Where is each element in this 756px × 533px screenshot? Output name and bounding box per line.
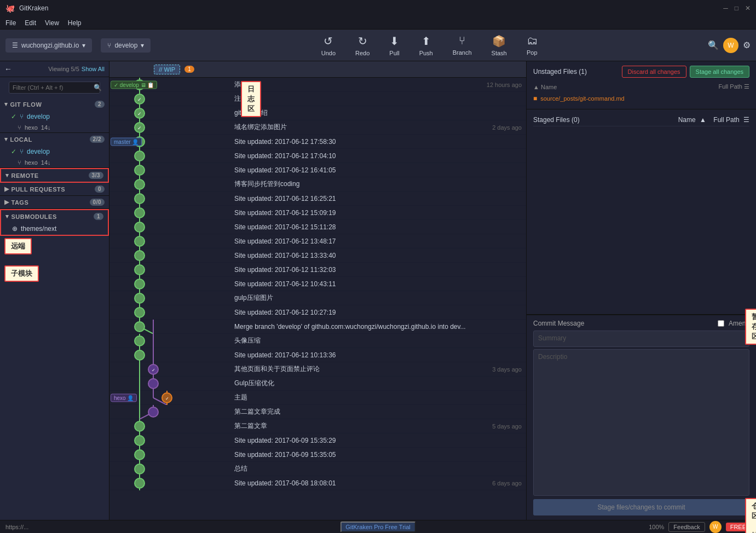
table-row[interactable]: 总结 [109,462,526,476]
pull-button[interactable]: ⬇ Pull [385,32,403,59]
menu-edit[interactable]: Edit [25,19,36,27]
branch-tool-icon: ⑂ [459,34,465,47]
gitflow-label: GIT FLOW [10,101,42,108]
submodules-header[interactable]: ▾ SUBMODULES 1 [1,210,108,223]
pop-button[interactable]: 🗂 Pop [522,32,542,59]
table-row[interactable]: 博客同步托管到coding [109,177,526,192]
pro-trial-button[interactable]: GitKraken Pro Free Trial [340,522,416,532]
commit-time: 5 days ago [471,423,526,430]
sidebar-item-themes-next[interactable]: ⊕ themes/next [1,223,108,235]
sidebar-item-gitflow-hexo[interactable]: ⑂ hexo 14↓ [0,123,109,132]
table-row[interactable]: 第二篇文章 5 days ago [109,419,526,433]
table-row[interactable]: Site updated: 2017-06-12 16:25:21 [109,192,526,206]
avatar[interactable]: W [723,38,738,53]
table-row[interactable]: Site updated: 2017-06-12 15:11:28 [109,220,526,234]
table-row[interactable]: Site updated: 2017-06-12 16:41:05 [109,163,526,177]
tags-label: TAGS [11,199,29,206]
branch-icon: ⑂ [18,159,21,166]
toolbar-left: ☰ wuchongzi.github.io ▾ ⑂ develop ▾ [5,38,151,53]
gitflow-header[interactable]: ▾ GIT FLOW 2 [0,98,109,111]
maximize-btn[interactable]: □ [735,4,738,12]
table-row[interactable]: ✓ 其他页面和关于页面禁止评论 3 days ago [109,362,526,376]
list-icon[interactable]: ☰ [744,83,749,90]
amend-checkbox[interactable] [718,320,724,327]
minimize-btn[interactable]: ─ [723,4,728,12]
sort-icon2[interactable]: ▲ [700,116,706,124]
sidebar-back-btn[interactable]: ← [4,65,12,73]
close-btn[interactable]: ✕ [745,4,751,12]
push-button[interactable]: ⬆ Push [415,32,437,59]
table-row[interactable]: ✓ 域名绑定添加图片 2 days ago [109,120,526,135]
sidebar-filter-input[interactable] [9,82,100,94]
remote-annotation: 远端 [4,238,32,254]
graph-col [109,348,230,362]
table-row[interactable]: Merge branch 'develop' of github.com:wuc… [109,320,526,334]
svg-point-65 [148,407,158,417]
commit-msg: 注释 [230,94,471,103]
gitflow-chevron-icon: ▾ [4,101,8,108]
pr-header[interactable]: ▶ PULL REQUESTS 0 [0,183,109,195]
free-button[interactable]: FREE [726,523,751,531]
table-row[interactable]: ✓ ✓ develop 🖥 📋 添加命令 12 hours ago [109,78,526,92]
sidebar-item-local-develop[interactable]: ✓ ⑂ develop [0,146,109,158]
table-row[interactable]: Site updated: 2017-06-12 17:04:10 [109,149,526,163]
search-button[interactable]: 🔍 [708,40,719,50]
svg-point-67 [135,421,145,431]
menu-help[interactable]: Help [68,19,82,27]
sidebar-section-local: ▾ LOCAL 2/2 ✓ ⑂ develop ⑂ hexo 14↓ [0,133,109,168]
table-row[interactable]: Site updated: 2017-06-08 18:08:01 6 days… [109,476,526,490]
undo-button[interactable]: ↺ Undo [317,32,340,59]
commit-time: 2 days ago [471,124,526,131]
settings-button[interactable]: ⚙ [743,40,751,50]
table-row[interactable]: Site updated: 2017-06-12 10:27:19 [109,305,526,320]
stash-button[interactable]: 📦 Stash [487,32,511,59]
list-icon2[interactable]: ☰ [743,116,749,124]
table-row[interactable]: Site updated: 2017-06-12 15:09:19 [109,206,526,220]
repo-selector[interactable]: ☰ wuchongzi.github.io ▾ [5,38,92,53]
gitflow-count: 2 [95,101,105,108]
table-row[interactable]: Site updated: 2017-06-09 15:35:05 [109,448,526,462]
pro-trial-container: GitKraken Pro Free Trial [340,522,416,532]
table-row[interactable]: Site updated: 2017-06-09 15:35:29 [109,433,526,448]
sidebar-item-gitflow-develop[interactable]: ✓ ⑂ develop [0,111,109,123]
table-row[interactable]: Site updated: 2017-06-12 10:13:36 [109,348,526,362]
svg-point-30 [135,251,145,260]
table-row[interactable]: Site updated: 2017-06-12 10:43:11 [109,277,526,291]
stage-commit-button[interactable]: Stage files/changes to commit [533,499,749,515]
show-all-link[interactable]: Show All [82,66,105,72]
table-row[interactable]: Gulp压缩优化 [109,376,526,391]
table-row[interactable]: gulp压缩图片 [109,291,526,305]
table-row[interactable]: Site updated: 2017-06-12 11:32:03 [109,263,526,277]
discard-all-button[interactable]: Discard all changes [622,66,686,78]
table-row[interactable]: ✓ hexo 👤 主题 [109,391,526,405]
sort-icon[interactable]: ▲ [533,84,539,90]
branch-button[interactable]: ⑂ Branch [448,32,476,59]
redo-button[interactable]: ↻ Redo [351,32,374,59]
menu-file[interactable]: File [5,19,16,27]
graph-col [109,220,230,234]
stage-all-button[interactable]: Stage all changes [690,66,749,78]
tags-header[interactable]: ▶ TAGS 0/0 [0,196,109,208]
wip-col: // WIP 1 [114,65,234,74]
tags-chevron-icon: ▶ [4,199,9,206]
branch-icon: ⑂ [20,148,24,155]
table-row[interactable]: ✓ master 👤 Site updated: 2017-06-12 17:5… [109,135,526,149]
table-row[interactable]: 第二篇文章完成 [109,405,526,419]
sidebar-item-local-hexo[interactable]: ⑂ hexo 14↓ [0,158,109,167]
table-row[interactable]: Site updated: 2017-06-12 13:48:17 [109,234,526,248]
titlebar-controls[interactable]: ─ □ ✕ [723,4,751,12]
table-row[interactable]: Site updated: 2017-06-12 13:33:40 [109,248,526,263]
local-header[interactable]: ▾ LOCAL 2/2 [0,133,109,146]
push-label: Push [419,50,433,56]
commit-time: 12 hours ago [471,82,526,88]
unstaged-file-item[interactable]: ■ source/_posts/git-command.md [533,92,749,105]
table-row[interactable]: ✓ 注释 [109,92,526,106]
table-row[interactable]: 头像压缩 [109,334,526,348]
feedback-button[interactable]: Feedback [668,522,705,532]
branch-selector[interactable]: ⑂ develop ▾ [101,38,151,53]
table-row[interactable]: ✓ git命令介绍 [109,106,526,120]
action-buttons: Discard all changes Stage all changes [622,66,749,78]
sidebar-section-tags: ▶ TAGS 0/0 [0,196,109,209]
remote-header[interactable]: ▾ REMOTE 3/3 [1,169,108,182]
menu-view[interactable]: View [45,19,59,27]
